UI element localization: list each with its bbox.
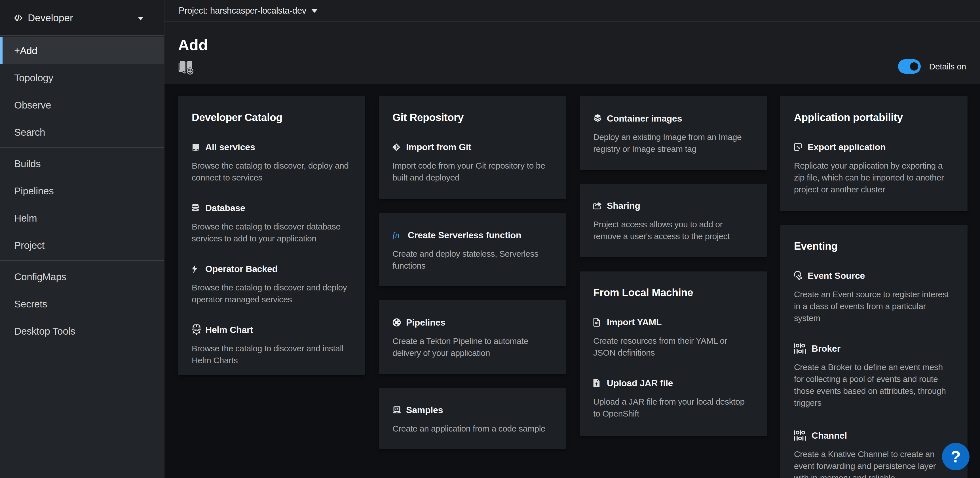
svg-text:fn: fn <box>393 231 399 240</box>
svg-text:HELM: HELM <box>193 329 200 331</box>
